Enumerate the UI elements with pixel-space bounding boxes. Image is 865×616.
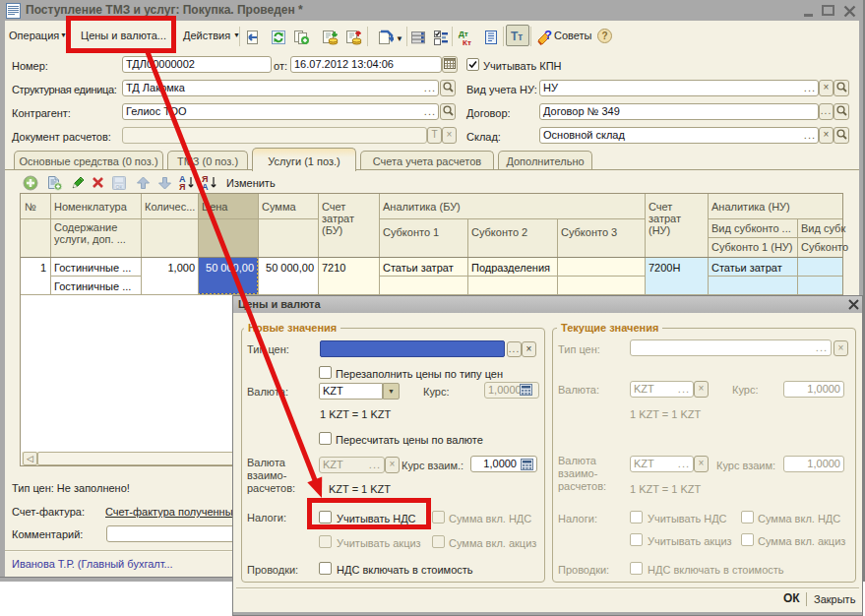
svg-text:ОК: ОК <box>116 184 123 190</box>
svg-text:Я: Я <box>179 182 185 191</box>
svg-text:А: А <box>202 182 209 191</box>
svg-text:?: ? <box>544 29 552 42</box>
